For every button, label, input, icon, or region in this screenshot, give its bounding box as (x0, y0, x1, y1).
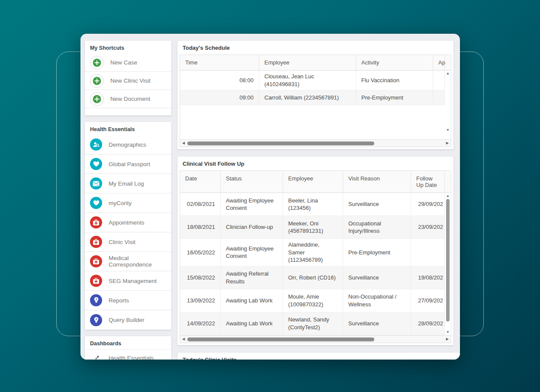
sidebar-item-label: Clinic Visit (109, 239, 135, 245)
table-cell (433, 71, 445, 90)
empty-table-area (180, 105, 445, 139)
column-header[interactable]: Employee (259, 55, 356, 70)
scroll-left-icon[interactable]: ◀ (182, 141, 185, 145)
table-cell (433, 90, 445, 105)
table-body: 02/08/2021Awaiting Employee ConsentBeele… (180, 193, 445, 335)
sidebar-item-label: My Email Log (109, 180, 144, 187)
table-row[interactable]: 09:00Carroll, William (2234567891)Pre-Em… (180, 90, 445, 105)
heart-icon (90, 197, 102, 209)
table-row[interactable]: 13/09/2022Awaiting Lab WorkMoule, Amie (… (180, 289, 445, 312)
sidebar-item-demographics[interactable]: Demographics (85, 135, 171, 154)
scrollbar-thumb[interactable] (187, 141, 374, 145)
scroll-down-icon[interactable]: ▼ (446, 129, 450, 132)
table-row[interactable]: 14/09/2022Awaiting Lab WorkNewland, Sand… (180, 312, 445, 335)
table-cell: Beeler, Lina (123456) (283, 193, 343, 215)
scrollbar-thumb[interactable] (187, 337, 374, 341)
table-cell: 02/08/2021 (180, 193, 221, 215)
panel-title: Clinical Visit Follow Up (180, 157, 451, 170)
sidebar-item-query-builder[interactable]: Query Builder (85, 310, 171, 330)
sidebar-item-label: SEG Management (109, 278, 157, 284)
app-window: My Shortcuts New Case New Clinic Visit N… (80, 34, 460, 360)
todays-clinic-visits-panel: Today's Clinic Visits TimeEmployeeVisit … (177, 353, 460, 360)
sidebar-item-label: Global Passport (109, 161, 150, 167)
medical-bag-icon (90, 216, 102, 228)
table-cell: Clinician Follow-up (221, 216, 283, 238)
sidebar-item-medical-correspondence[interactable]: Medical Correspondence (85, 252, 171, 271)
table-cell: Meeker, Oni (4567891231) (283, 216, 343, 238)
sidebar-item-new-clinic-visit[interactable]: New Clinic Visit (85, 72, 171, 90)
sidebar-item-label: Appointments (109, 219, 145, 226)
plus-circle-icon (90, 74, 104, 88)
sidebar-item-new-case[interactable]: New Case (85, 54, 171, 72)
table-cell: Occupational Injury/Illness (343, 216, 411, 238)
table-cell: Awaiting Employee Consent (221, 193, 283, 215)
column-header[interactable]: Time (180, 55, 259, 70)
shortcuts-section-title: My Shortcuts (85, 41, 171, 54)
sidebar-item-new-document[interactable]: New Document (85, 90, 171, 108)
vertical-scrollbar[interactable]: ▲ ▼ (445, 71, 451, 133)
dashboards-section-title: Dashboards (85, 336, 171, 349)
table-cell: Flu Vaccination (356, 71, 433, 90)
dashboards-card: Dashboards Health Essentials (85, 336, 171, 360)
sidebar-item-seg-management[interactable]: SEG Management (85, 271, 171, 291)
sidebar-item-mycority[interactable]: myCority (85, 193, 171, 213)
table-cell: 27/09/202 (411, 289, 445, 312)
column-header[interactable]: Employee (283, 171, 343, 193)
main-content: Today's Schedule TimeEmployeeActivityAp … (177, 41, 453, 360)
column-header[interactable]: Follow Up Date (411, 171, 445, 193)
sidebar-item-appointments[interactable]: Appointments (85, 213, 171, 232)
sidebar-item-label: New Clinic Visit (110, 77, 151, 84)
vertical-scrollbar[interactable]: ▲ ▼ (445, 193, 451, 335)
table-cell: 19/08/202 (411, 267, 445, 289)
table-cell: 29/09/202 (411, 193, 445, 215)
shortcuts-card: My Shortcuts New Case New Clinic Visit N… (85, 41, 171, 116)
scroll-left-icon[interactable]: ◀ (182, 337, 185, 341)
table-row[interactable]: 08:00Clouseau, Jean Luc (4102496831)Flu … (180, 71, 445, 90)
table-row[interactable]: 02/08/2021Awaiting Employee ConsentBeele… (180, 193, 445, 216)
sidebar-item-label: New Case (110, 59, 137, 66)
table-row[interactable]: 16/05/2022Awaiting Employee ConsentAlame… (180, 239, 445, 267)
clinical-visit-follow-up-panel: Clinical Visit Follow Up DateStatusEmplo… (177, 157, 453, 345)
scroll-down-icon[interactable]: ▼ (446, 331, 450, 334)
table-cell: Surveillance (343, 267, 411, 289)
table-body: 08:00Clouseau, Jean Luc (4102496831)Flu … (180, 71, 445, 105)
sidebar-item-reports[interactable]: Reports (85, 291, 171, 310)
scroll-right-icon[interactable]: ▶ (446, 337, 449, 341)
scroll-right-icon[interactable]: ▶ (446, 141, 449, 145)
todays-schedule-panel: Today's Schedule TimeEmployeeActivityAp … (177, 41, 453, 149)
scroll-up-icon[interactable]: ▲ (446, 194, 450, 198)
table-cell: Non-Occupational / Wellness (343, 289, 411, 312)
column-header[interactable]: Ap (433, 55, 445, 70)
table-cell: Pre-Employment (343, 239, 411, 266)
horizontal-scrollbar[interactable]: ◀ ▶ (180, 335, 451, 343)
scrollbar-thumb[interactable] (446, 199, 450, 321)
table-cell: Newland, Sandy (CorityTest2) (283, 312, 343, 335)
column-header[interactable]: Activity (356, 55, 433, 70)
heart-icon (90, 158, 102, 170)
sidebar-item-label: Query Builder (109, 317, 145, 323)
sidebar-item-label: Health Essentials (109, 355, 154, 360)
table-row[interactable]: 15/08/2022Awaiting Referral ResultsOrr, … (180, 267, 445, 289)
sidebar-item-clinic-visit[interactable]: Clinic Visit (85, 232, 171, 252)
sidebar-item-global-passport[interactable]: Global Passport (85, 154, 171, 174)
clinical-visit-follow-up-table: DateStatusEmployeeVisit ReasonFollow Up … (180, 170, 451, 343)
scroll-up-icon[interactable]: ▲ (446, 72, 450, 75)
panel-title: Today's Schedule (180, 41, 451, 55)
table-header-row: TimeEmployeeActivityAp (180, 55, 451, 71)
sidebar-item-my-email-log[interactable]: My Email Log (85, 174, 171, 193)
health-essentials-section-title: Health Essentials (85, 122, 171, 135)
horizontal-scrollbar[interactable]: ◀ ▶ (180, 139, 451, 147)
table-row[interactable]: 18/08/2021Clinician Follow-upMeeker, Oni… (180, 216, 445, 239)
table-cell: Awaiting Referral Results (221, 267, 283, 289)
column-header[interactable]: Visit Reason (343, 171, 411, 193)
column-header[interactable]: Status (221, 171, 283, 193)
sidebar-item-dashboard-health-essentials[interactable]: Health Essentials (85, 349, 171, 360)
table-cell: 28/09/202 (411, 312, 445, 335)
table-cell: Carroll, William (2234567891) (259, 90, 356, 105)
table-cell: 13/09/2022 (180, 289, 221, 312)
column-header[interactable]: Date (180, 171, 221, 193)
todays-schedule-table: TimeEmployeeActivityAp 08:00Clouseau, Je… (180, 55, 451, 147)
panel-title: Today's Clinic Visits (180, 353, 458, 360)
table-cell: 16/05/2022 (180, 239, 221, 266)
medical-bag-icon (90, 255, 102, 267)
